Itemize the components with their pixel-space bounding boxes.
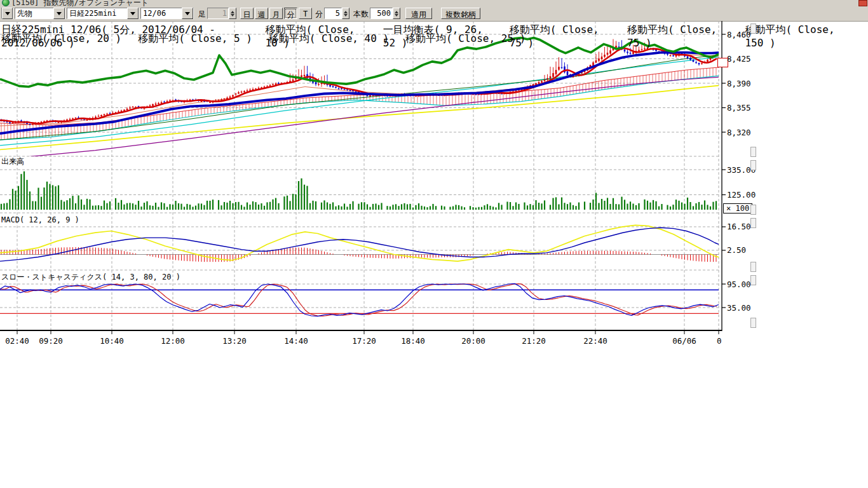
pane-scale-handle[interactable] — [750, 147, 756, 157]
time-axis-label: 06/06 — [670, 336, 698, 346]
pane-scale-handle[interactable] — [750, 160, 756, 170]
macd-axis-label: 16.50 — [727, 222, 751, 231]
stoch-axis-label: 35.00 — [727, 303, 751, 313]
indicator-info-line-2: 移動平均( Close, 20 )移動平均( Close, 5 )移動平均( C… — [1, 32, 542, 46]
time-axis-label: 02:40 — [3, 336, 31, 346]
time-axis-label: 17:20 — [350, 336, 378, 346]
time-axis-label: 14:40 — [282, 336, 310, 346]
pane-scale-handle[interactable] — [750, 24, 756, 34]
time-axis-label: 09:20 — [37, 336, 65, 346]
time-axis-label: 18:40 — [399, 336, 427, 346]
time-axis-label: 12:00 — [159, 336, 187, 346]
pane-scale-handle[interactable] — [750, 205, 756, 215]
indicator-label: 移動平均( Close, 150 ) — [745, 24, 851, 49]
pane-scale-handle[interactable] — [750, 318, 756, 328]
volume-axis-label: 125.00 — [727, 190, 756, 200]
macd-pane-label: MACD( 12, 26, 9 ) — [1, 216, 79, 224]
indicator-label: 移動平均( Close, 40 ) — [269, 32, 389, 46]
time-axis-label: 10:40 — [98, 336, 126, 346]
stochastics-pane-label: スロー・ストキャスティクス( 14, 3, 80, 20 ) — [1, 273, 180, 281]
indicator-label: 移動平均( Close, 25 ) — [405, 32, 526, 46]
time-axis-label: 13:20 — [220, 336, 248, 346]
volume-pane-label: 出来高 — [1, 158, 24, 166]
pane-scale-handle[interactable] — [750, 218, 756, 228]
indicator-label: 移動平均( Close, 5 ) — [138, 32, 252, 46]
volume-multiplier-badge: × 100 — [723, 203, 752, 214]
macd-axis-label: 2.50 — [727, 245, 746, 255]
chart-application-window: [5150] 指数先物/オプションチャート 先物 日経225mini 12/06… — [0, 0, 868, 488]
price-axis-label: 8,320 — [727, 128, 751, 137]
pane-scale-handle[interactable] — [750, 275, 756, 285]
time-axis-label: 21:20 — [520, 336, 548, 346]
indicator-label: 移動平均( Close, 20 ) — [1, 32, 121, 46]
stoch-axis-label: 95.00 — [727, 280, 751, 289]
time-axis-label: 22:40 — [581, 336, 609, 346]
indicator-label: 移動平均( Close, 75 ) — [627, 24, 728, 49]
time-axis-label: 0 — [717, 336, 722, 346]
price-axis-label: 8,460 — [727, 30, 751, 39]
time-axis-label: 20:00 — [459, 336, 487, 346]
pane-scale-handle[interactable] — [750, 262, 756, 272]
price-axis-label: 8,425 — [727, 54, 751, 64]
price-axis-label: 8,390 — [727, 79, 751, 88]
price-axis-label: 8,355 — [727, 103, 751, 112]
